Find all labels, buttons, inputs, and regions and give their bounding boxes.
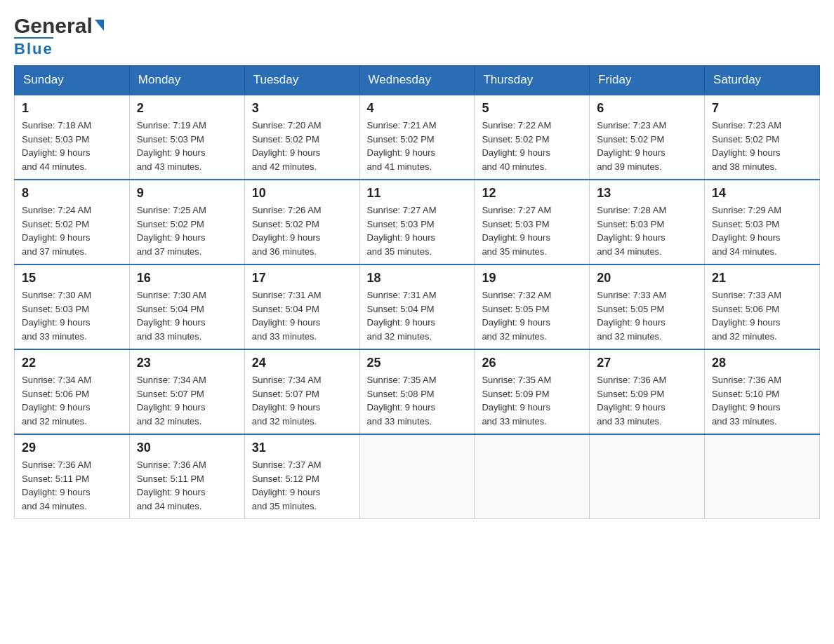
day-number: 27 xyxy=(597,356,697,370)
day-of-week-header: Friday xyxy=(590,66,705,95)
day-info: Sunrise: 7:18 AMSunset: 5:03 PMDaylight:… xyxy=(22,119,122,173)
day-of-week-header: Monday xyxy=(129,66,244,95)
calendar-day-cell: 9Sunrise: 7:25 AMSunset: 5:02 PMDaylight… xyxy=(129,180,244,264)
calendar-day-cell: 14Sunrise: 7:29 AMSunset: 5:03 PMDayligh… xyxy=(705,180,820,264)
day-number: 25 xyxy=(367,356,468,370)
calendar-day-cell: 22Sunrise: 7:34 AMSunset: 5:06 PMDayligh… xyxy=(15,349,130,434)
calendar-day-cell xyxy=(359,434,475,519)
calendar-day-cell: 30Sunrise: 7:36 AMSunset: 5:11 PMDayligh… xyxy=(129,434,244,519)
day-info: Sunrise: 7:35 AMSunset: 5:08 PMDaylight:… xyxy=(367,373,468,428)
day-number: 31 xyxy=(252,441,352,455)
day-number: 17 xyxy=(252,271,352,286)
calendar-day-cell: 12Sunrise: 7:27 AMSunset: 5:03 PMDayligh… xyxy=(475,180,590,264)
calendar-day-cell xyxy=(475,434,590,519)
day-info: Sunrise: 7:19 AMSunset: 5:03 PMDaylight:… xyxy=(137,119,237,173)
calendar-day-cell xyxy=(590,434,705,519)
calendar-day-cell: 16Sunrise: 7:30 AMSunset: 5:04 PMDayligh… xyxy=(129,264,244,349)
day-of-week-header: Tuesday xyxy=(244,66,359,95)
calendar-day-cell: 27Sunrise: 7:36 AMSunset: 5:09 PMDayligh… xyxy=(590,349,705,434)
day-number: 9 xyxy=(137,186,237,201)
calendar-day-cell: 20Sunrise: 7:33 AMSunset: 5:05 PMDayligh… xyxy=(590,264,705,349)
day-number: 26 xyxy=(482,356,582,370)
calendar-header-row: SundayMondayTuesdayWednesdayThursdayFrid… xyxy=(15,66,820,95)
calendar-day-cell: 23Sunrise: 7:34 AMSunset: 5:07 PMDayligh… xyxy=(129,349,244,434)
day-info: Sunrise: 7:33 AMSunset: 5:06 PMDaylight:… xyxy=(712,288,812,343)
day-info: Sunrise: 7:36 AMSunset: 5:10 PMDaylight:… xyxy=(712,373,812,428)
calendar-day-cell: 26Sunrise: 7:35 AMSunset: 5:09 PMDayligh… xyxy=(475,349,590,434)
calendar-day-cell: 19Sunrise: 7:32 AMSunset: 5:05 PMDayligh… xyxy=(475,264,590,349)
calendar-table: SundayMondayTuesdayWednesdayThursdayFrid… xyxy=(14,65,820,519)
day-number: 3 xyxy=(252,101,352,116)
calendar-day-cell: 2Sunrise: 7:19 AMSunset: 5:03 PMDaylight… xyxy=(129,95,244,180)
day-info: Sunrise: 7:33 AMSunset: 5:05 PMDaylight:… xyxy=(597,288,697,343)
day-info: Sunrise: 7:27 AMSunset: 5:03 PMDaylight:… xyxy=(482,203,582,258)
day-info: Sunrise: 7:36 AMSunset: 5:11 PMDaylight:… xyxy=(22,458,122,513)
day-info: Sunrise: 7:31 AMSunset: 5:04 PMDaylight:… xyxy=(252,288,352,343)
logo-blue-text: Blue xyxy=(14,37,53,58)
calendar-week-row: 8Sunrise: 7:24 AMSunset: 5:02 PMDaylight… xyxy=(15,180,820,264)
day-number: 7 xyxy=(712,101,812,116)
calendar-week-row: 1Sunrise: 7:18 AMSunset: 5:03 PMDaylight… xyxy=(15,95,820,180)
calendar-day-cell: 28Sunrise: 7:36 AMSunset: 5:10 PMDayligh… xyxy=(705,349,820,434)
day-number: 5 xyxy=(482,101,582,116)
day-number: 15 xyxy=(22,271,122,286)
day-info: Sunrise: 7:20 AMSunset: 5:02 PMDaylight:… xyxy=(252,119,352,173)
calendar-week-row: 22Sunrise: 7:34 AMSunset: 5:06 PMDayligh… xyxy=(15,349,820,434)
day-number: 29 xyxy=(22,441,122,455)
day-of-week-header: Thursday xyxy=(475,66,590,95)
day-number: 4 xyxy=(367,101,468,116)
calendar-day-cell: 31Sunrise: 7:37 AMSunset: 5:12 PMDayligh… xyxy=(244,434,359,519)
day-number: 22 xyxy=(22,356,122,370)
day-number: 10 xyxy=(252,186,352,201)
day-number: 2 xyxy=(137,101,237,116)
day-number: 11 xyxy=(367,186,468,201)
day-info: Sunrise: 7:29 AMSunset: 5:03 PMDaylight:… xyxy=(712,203,812,258)
calendar-week-row: 15Sunrise: 7:30 AMSunset: 5:03 PMDayligh… xyxy=(15,264,820,349)
day-of-week-header: Sunday xyxy=(15,66,130,95)
day-info: Sunrise: 7:37 AMSunset: 5:12 PMDaylight:… xyxy=(252,458,352,513)
day-number: 1 xyxy=(22,101,122,116)
day-info: Sunrise: 7:30 AMSunset: 5:03 PMDaylight:… xyxy=(22,288,122,343)
calendar-day-cell: 24Sunrise: 7:34 AMSunset: 5:07 PMDayligh… xyxy=(244,349,359,434)
calendar-week-row: 29Sunrise: 7:36 AMSunset: 5:11 PMDayligh… xyxy=(15,434,820,519)
day-number: 30 xyxy=(137,441,237,455)
day-number: 28 xyxy=(712,356,812,370)
calendar-day-cell xyxy=(705,434,820,519)
calendar-day-cell: 21Sunrise: 7:33 AMSunset: 5:06 PMDayligh… xyxy=(705,264,820,349)
calendar-day-cell: 29Sunrise: 7:36 AMSunset: 5:11 PMDayligh… xyxy=(15,434,130,519)
day-info: Sunrise: 7:22 AMSunset: 5:02 PMDaylight:… xyxy=(482,119,582,173)
page-header: General Blue xyxy=(14,14,820,58)
day-info: Sunrise: 7:27 AMSunset: 5:03 PMDaylight:… xyxy=(367,203,468,258)
calendar-day-cell: 1Sunrise: 7:18 AMSunset: 5:03 PMDaylight… xyxy=(15,95,130,180)
logo: General Blue xyxy=(14,14,104,58)
day-info: Sunrise: 7:21 AMSunset: 5:02 PMDaylight:… xyxy=(367,119,468,173)
calendar-day-cell: 15Sunrise: 7:30 AMSunset: 5:03 PMDayligh… xyxy=(15,264,130,349)
day-info: Sunrise: 7:34 AMSunset: 5:07 PMDaylight:… xyxy=(137,373,237,428)
calendar-day-cell: 6Sunrise: 7:23 AMSunset: 5:02 PMDaylight… xyxy=(590,95,705,180)
day-info: Sunrise: 7:30 AMSunset: 5:04 PMDaylight:… xyxy=(137,288,237,343)
day-number: 16 xyxy=(137,271,237,286)
calendar-day-cell: 8Sunrise: 7:24 AMSunset: 5:02 PMDaylight… xyxy=(15,180,130,264)
day-info: Sunrise: 7:24 AMSunset: 5:02 PMDaylight:… xyxy=(22,203,122,258)
calendar-day-cell: 13Sunrise: 7:28 AMSunset: 5:03 PMDayligh… xyxy=(590,180,705,264)
day-number: 8 xyxy=(22,186,122,201)
day-info: Sunrise: 7:34 AMSunset: 5:06 PMDaylight:… xyxy=(22,373,122,428)
day-number: 14 xyxy=(712,186,812,201)
day-info: Sunrise: 7:34 AMSunset: 5:07 PMDaylight:… xyxy=(252,373,352,428)
day-number: 13 xyxy=(597,186,697,201)
day-info: Sunrise: 7:23 AMSunset: 5:02 PMDaylight:… xyxy=(597,119,697,173)
calendar-day-cell: 7Sunrise: 7:23 AMSunset: 5:02 PMDaylight… xyxy=(705,95,820,180)
calendar-day-cell: 11Sunrise: 7:27 AMSunset: 5:03 PMDayligh… xyxy=(359,180,475,264)
day-number: 23 xyxy=(137,356,237,370)
day-info: Sunrise: 7:36 AMSunset: 5:09 PMDaylight:… xyxy=(597,373,697,428)
day-info: Sunrise: 7:26 AMSunset: 5:02 PMDaylight:… xyxy=(252,203,352,258)
day-number: 12 xyxy=(482,186,582,201)
calendar-day-cell: 3Sunrise: 7:20 AMSunset: 5:02 PMDaylight… xyxy=(244,95,359,180)
calendar-day-cell: 18Sunrise: 7:31 AMSunset: 5:04 PMDayligh… xyxy=(359,264,475,349)
day-info: Sunrise: 7:31 AMSunset: 5:04 PMDaylight:… xyxy=(367,288,468,343)
calendar-day-cell: 25Sunrise: 7:35 AMSunset: 5:08 PMDayligh… xyxy=(359,349,475,434)
day-info: Sunrise: 7:35 AMSunset: 5:09 PMDaylight:… xyxy=(482,373,582,428)
day-number: 18 xyxy=(367,271,468,286)
day-info: Sunrise: 7:28 AMSunset: 5:03 PMDaylight:… xyxy=(597,203,697,258)
day-of-week-header: Saturday xyxy=(705,66,820,95)
